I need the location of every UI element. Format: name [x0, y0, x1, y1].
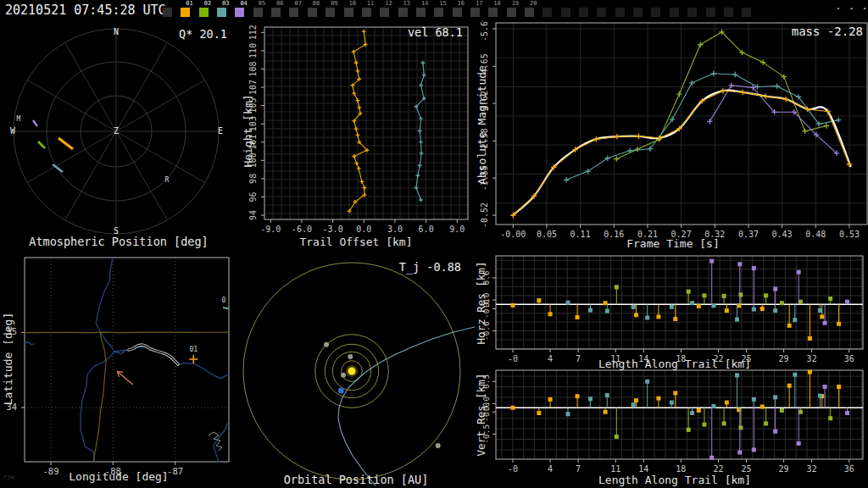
ground-trail-outline	[129, 345, 178, 364]
tisserand-annotation: T_j -0.88	[339, 260, 461, 274]
residual-point-02	[780, 408, 784, 413]
station-toggle[interactable]	[542, 8, 552, 17]
residual-point-01	[548, 397, 553, 402]
polar-spoke	[27, 80, 116, 132]
residual-point-03	[605, 393, 609, 397]
station-toggle[interactable]	[670, 8, 679, 17]
residual-point-02	[828, 416, 832, 420]
station-toggle-10[interactable]	[344, 8, 353, 17]
orbital-position-title: Orbital Position [AU]	[237, 473, 475, 486]
station-toggle-06[interactable]	[271, 8, 281, 17]
data-point	[707, 119, 712, 124]
station-toggle-19[interactable]	[507, 8, 516, 17]
residual-point-02	[615, 285, 619, 289]
residual-point-01	[548, 312, 553, 316]
station-toggle[interactable]	[687, 8, 697, 17]
residual-point-03	[711, 404, 715, 408]
station-teal-edge-marker	[223, 308, 229, 309]
station-toggle[interactable]	[561, 8, 570, 17]
data-point	[836, 117, 841, 122]
residual-point-02	[722, 421, 726, 425]
station-toggle-03[interactable]	[217, 8, 226, 17]
orbital-position-panel: T_j -0.88 Orbital Position [AU]	[237, 254, 475, 488]
latitude-axis-label: Latitude [deg]	[2, 291, 14, 427]
station-toggle-04[interactable]	[235, 8, 244, 17]
station-toggle-12[interactable]	[380, 8, 389, 17]
ground-map-panel: -89-88-873534010 Latitude [deg] Longitud…	[0, 254, 237, 488]
residual-point-03	[566, 301, 570, 305]
trail-offset-axis-label: Trail Offset [km]	[237, 236, 475, 248]
data-point	[356, 133, 360, 137]
data-point	[364, 42, 368, 47]
trail-offset-plot: -9.0-6.0-3.00.03.06.09.09496981001011031…	[237, 20, 475, 251]
residual-point-03	[793, 318, 797, 322]
station-toggle-07[interactable]	[289, 8, 298, 17]
residual-point-04	[845, 411, 849, 415]
station-toggle-20[interactable]	[525, 8, 534, 17]
station-toggle[interactable]	[742, 8, 751, 17]
station-toggle[interactable]	[633, 8, 643, 17]
station-toggle[interactable]	[615, 8, 625, 17]
tick-label: 3.0	[387, 225, 403, 234]
magnitude-plot: -0.000.050.110.160.210.270.320.370.430.4…	[475, 20, 868, 251]
residual-point-04	[845, 300, 849, 304]
data-point	[585, 169, 590, 174]
residual-point-02	[702, 423, 706, 427]
residual-point-03	[735, 373, 739, 377]
plot-frame	[496, 256, 863, 349]
data-point	[721, 88, 726, 93]
station-toggle-09[interactable]	[326, 8, 335, 17]
residual-point-02	[687, 290, 691, 294]
data-point	[605, 156, 610, 161]
station-toggle-15[interactable]	[434, 8, 443, 17]
station-toggle[interactable]	[706, 8, 715, 17]
station-toggle-11[interactable]	[362, 8, 371, 17]
data-point	[615, 134, 620, 139]
station-label: 10	[349, 0, 356, 7]
tick-label: 18	[676, 464, 686, 474]
station-toggle-16[interactable]	[453, 8, 462, 17]
data-point	[760, 59, 765, 64]
station-toggle[interactable]	[651, 8, 660, 17]
residual-point-03	[690, 301, 694, 305]
residual-point-03	[645, 380, 649, 384]
station-toggle-05[interactable]	[253, 8, 263, 17]
map-scribble	[209, 432, 222, 451]
station-toggle-02[interactable]	[199, 8, 209, 17]
station-label: 04	[240, 0, 247, 7]
planet-dot	[341, 373, 346, 378]
station-toggle-08[interactable]	[308, 8, 317, 17]
river-line	[214, 424, 227, 462]
residual-point-01	[634, 313, 638, 317]
horz-res-axis-label: Horz Res [km]	[475, 257, 487, 350]
station-toggle[interactable]	[597, 8, 606, 17]
residual-point-01	[673, 317, 677, 321]
residual-point-01	[697, 304, 701, 308]
data-point	[420, 151, 424, 155]
station-label: 17	[476, 0, 482, 7]
polar-spoke	[27, 131, 116, 183]
residual-point-04	[737, 451, 742, 455]
station-toggle-01[interactable]	[181, 8, 190, 17]
planet-dot	[436, 443, 441, 448]
more-options-icon[interactable]: . . .	[835, 0, 868, 12]
station-toggle[interactable]	[724, 8, 733, 17]
station-toggle-17[interactable]	[470, 8, 480, 17]
station-label: 01	[186, 0, 192, 7]
residual-point-04	[773, 430, 777, 434]
station-label: 02	[204, 0, 211, 7]
residual-point-03	[690, 411, 694, 415]
tick-label: 22	[713, 464, 723, 474]
residual-point-01	[725, 401, 729, 405]
station-toggle-13[interactable]	[398, 8, 408, 17]
station-label: 05	[259, 0, 265, 7]
station-toggle[interactable]	[163, 8, 172, 17]
station-toggle-14[interactable]	[416, 8, 426, 17]
station-toggle-18[interactable]	[488, 8, 498, 17]
station-label: 06	[276, 0, 283, 7]
station-toggle[interactable]	[579, 8, 588, 17]
residual-point-01	[837, 322, 841, 326]
height-axis-label: Height [km]	[242, 64, 254, 199]
vert-res-axis-label: Vert Res [km]	[475, 369, 487, 462]
residual-point-01	[604, 410, 608, 414]
